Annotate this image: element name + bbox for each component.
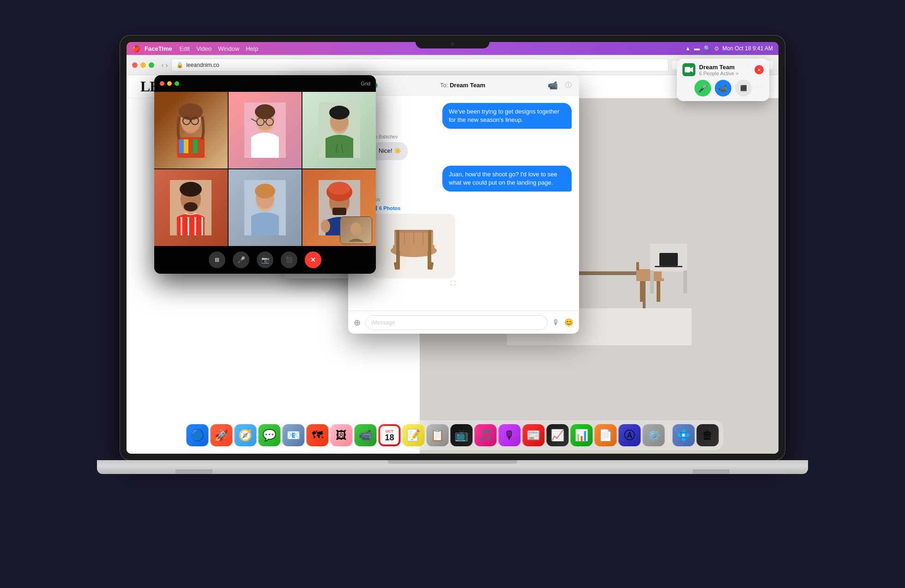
dock-stocks[interactable]: 📈	[547, 424, 569, 446]
message-sent-1: We've been trying to get designs togethe…	[442, 103, 572, 129]
svg-rect-92	[685, 67, 690, 72]
dock-calendar[interactable]: OCT 18	[379, 424, 401, 446]
maximize-button[interactable]	[149, 62, 154, 68]
dock-podcasts[interactable]: 🎙	[499, 424, 521, 446]
lock-icon: 🔒	[176, 62, 183, 68]
svg-point-51	[184, 202, 198, 211]
dock-photos[interactable]: 🖼	[331, 424, 353, 446]
ft-close[interactable]	[160, 81, 164, 86]
forward-button[interactable]: ›	[166, 61, 168, 69]
screen-bezel: 🍎 FaceTime Edit Video Window Help ▲ ▬ 🔍 …	[120, 36, 785, 460]
dock-pages[interactable]: 📄	[595, 424, 617, 446]
dock-reminders[interactable]: 📋	[427, 424, 449, 446]
dock-systemprefs[interactable]: ⚙️	[643, 424, 665, 446]
safari-nav: ‹ ›	[162, 61, 168, 69]
messages-chat-body: We've been trying to get designs togethe…	[348, 96, 579, 311]
facetime-camera-button[interactable]: 📷	[257, 252, 273, 268]
audio-message-button[interactable]: 🎙	[552, 318, 560, 327]
svg-rect-19	[683, 270, 687, 294]
svg-point-50	[180, 182, 202, 197]
macbook-feet	[175, 469, 730, 474]
dock-tv[interactable]: 📺	[451, 424, 473, 446]
message-sent-2: Juan, how'd the shoot go? I'd love to se…	[442, 166, 572, 192]
address-bar[interactable]: 🔒 leeandnim.co	[171, 59, 669, 72]
facetime-controls: ⊞ 🎤 📷 ⬛ ✕	[154, 246, 376, 274]
minimize-button[interactable]	[140, 62, 146, 68]
svg-rect-18	[650, 270, 654, 294]
message-received-konstantin-text: Nice! ☀️	[372, 142, 408, 160]
facetime-titlebar: Grid	[154, 75, 376, 92]
messages-recipient: To: Dream Team	[381, 82, 544, 89]
message-decline-button[interactable]: ⬛	[735, 80, 752, 96]
facetime-self-view	[340, 216, 372, 244]
facetime-screen-button[interactable]: ⬛	[281, 252, 297, 268]
facetime-participant-5	[229, 169, 302, 246]
controlcenter-icon[interactable]: ⊙	[714, 45, 719, 52]
search-icon[interactable]: 🔍	[704, 45, 711, 52]
svg-rect-21	[655, 266, 682, 267]
dock-trash[interactable]: 🗑	[697, 424, 719, 446]
message-apps-icon[interactable]: ⊕	[354, 318, 361, 328]
dock-launchpad[interactable]: 🚀	[211, 424, 233, 446]
dock-mail[interactable]: 📧	[283, 424, 305, 446]
facetime-mode-label: Grid	[361, 81, 370, 86]
facetime-participant-4	[154, 169, 228, 246]
ft-maximize[interactable]	[175, 81, 179, 86]
svg-rect-65	[332, 208, 346, 215]
dock-maps[interactable]: 🗺	[307, 424, 329, 446]
svg-rect-88	[428, 230, 431, 253]
dock-finder[interactable]: 🔵	[187, 424, 209, 446]
notification-close-button[interactable]: ✕	[754, 65, 764, 74]
recipient-name: Dream Team	[450, 82, 485, 89]
messages-window[interactable]: To: Dream Team 📹 ⓘ We've been trying to …	[348, 75, 579, 334]
svg-marker-93	[690, 67, 693, 72]
datetime: Mon Oct 18 9:41 AM	[723, 45, 773, 52]
back-button[interactable]: ‹	[162, 61, 164, 69]
notification-subtitle: 6 People Active >	[699, 71, 738, 76]
facetime-app-icon	[682, 63, 695, 76]
dock-news[interactable]: 📰	[523, 424, 545, 446]
dock-appstore[interactable]: Ⓐ	[619, 424, 641, 446]
accept-video-button[interactable]: 📹	[715, 80, 731, 96]
notification-header: Dream Team 6 People Active > ✕	[682, 63, 764, 76]
dock-safari[interactable]: 🧭	[235, 424, 257, 446]
dock-notes[interactable]: 📝	[403, 424, 425, 446]
video-call-button[interactable]: 📹	[548, 80, 558, 90]
messages-titlebar: To: Dream Team 📹 ⓘ	[348, 75, 579, 96]
dock-messages[interactable]: 💬	[259, 424, 281, 446]
facetime-window[interactable]: Grid	[154, 75, 376, 274]
dock-numbers[interactable]: 📊	[571, 424, 593, 446]
facetime-mute-button[interactable]: 🎤	[233, 252, 249, 268]
menu-help[interactable]: Help	[246, 45, 258, 52]
svg-rect-12	[640, 281, 644, 302]
facetime-grid-button[interactable]: ⊞	[209, 252, 225, 268]
svg-rect-28	[193, 139, 198, 153]
accept-audio-button[interactable]: 🎤	[694, 80, 711, 96]
emoji-button[interactable]: 😊	[564, 318, 573, 327]
macbook-base	[97, 460, 808, 474]
menu-edit[interactable]: Edit	[180, 45, 190, 52]
macbook-hinge	[388, 460, 517, 464]
dock-screensaver[interactable]: 💠	[673, 424, 695, 446]
notch	[416, 36, 489, 48]
svg-rect-87	[396, 230, 399, 253]
svg-rect-25	[179, 139, 184, 153]
dock-music[interactable]: 🎵	[475, 424, 497, 446]
macbook: 🍎 FaceTime Edit Video Window Help ▲ ▬ 🔍 …	[97, 36, 808, 552]
facetime-end-button[interactable]: ✕	[305, 252, 321, 268]
messages-input-area: ⊕ iMessage 🎙 😊	[348, 311, 579, 334]
facetime-participant-2	[229, 92, 302, 168]
info-button[interactable]: ⓘ	[565, 81, 572, 90]
juan-message-content: 🖼 6 Photos	[372, 205, 455, 286]
active-app-name[interactable]: FaceTime	[145, 45, 172, 52]
close-button[interactable]	[132, 62, 138, 68]
facetime-participant-1	[154, 92, 228, 168]
ft-minimize[interactable]	[167, 81, 172, 86]
menu-video[interactable]: Video	[196, 45, 211, 52]
menu-window[interactable]: Window	[218, 45, 239, 52]
apple-menu[interactable]: 🍎	[132, 45, 140, 52]
facetime-notification[interactable]: Dream Team 6 People Active > ✕ 🎤 📹 ⬛	[677, 59, 769, 101]
dock-facetime[interactable]: 📹	[355, 424, 377, 446]
message-input[interactable]: iMessage	[365, 315, 548, 330]
expand-photo[interactable]: ⛶	[372, 280, 455, 286]
